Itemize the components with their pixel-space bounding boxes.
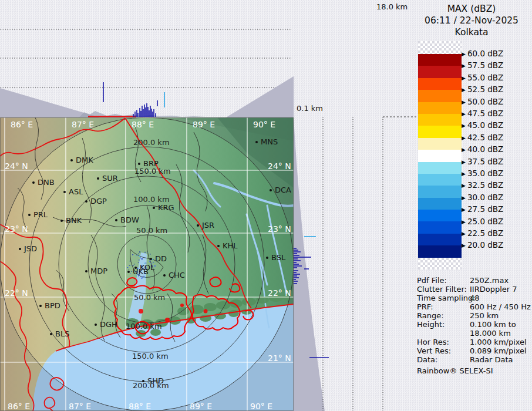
station-label: SHD	[147, 376, 164, 385]
clutter-dot	[142, 258, 143, 260]
legend-tick-arrow-icon: ▶	[462, 75, 466, 81]
station-marker	[153, 207, 155, 209]
station-label: KHL	[223, 241, 238, 250]
station-label: JSR	[201, 221, 214, 230]
meridian-label-top: 87° E	[72, 120, 94, 129]
station-label: KRG	[158, 203, 174, 212]
station-label: MNS	[261, 137, 278, 146]
clutter-dot	[131, 271, 132, 272]
meridian-label-bottom: 86° E	[8, 402, 30, 411]
island	[177, 307, 189, 315]
parallel-label-right: 23° N	[268, 224, 291, 234]
legend-threshold-label: ▶50.0 dBZ	[462, 97, 532, 107]
legend-threshold-label: ▶30.0 dBZ	[462, 193, 532, 203]
legend-threshold-label: ▶52.5 dBZ	[462, 85, 532, 95]
meta-label: Pdf File:	[417, 276, 447, 285]
clutter-dot	[136, 255, 136, 256]
station-marker	[266, 257, 268, 259]
meta-value: 0.100 km to	[470, 320, 516, 329]
station-marker	[163, 274, 166, 277]
legend-swatch	[418, 186, 462, 197]
meridian-label-bottom: 88° E	[129, 402, 151, 411]
meta-value: 18.000 km	[470, 329, 511, 338]
meta-label: Time sampling:	[417, 294, 476, 302]
clutter-dot	[149, 261, 150, 262]
clutter-dot	[139, 255, 140, 257]
legend-threshold-label: ▶20.0 dBZ	[462, 240, 532, 251]
station-label: BPD	[45, 301, 60, 310]
station-marker	[95, 324, 97, 326]
legend-tick-arrow-icon: ▶	[462, 99, 466, 105]
meta-row: Range:250 km	[417, 311, 532, 320]
station-label: ASL	[69, 187, 83, 196]
station-marker	[127, 271, 130, 273]
meridian-label-bottom: 90° E	[250, 402, 272, 411]
legend-tick-arrow-icon: ▶	[462, 231, 466, 237]
meta-label: Height:	[417, 320, 445, 329]
station-marker	[138, 163, 140, 165]
legend-swatch	[418, 245, 462, 257]
parallel-label-left: 23° N	[5, 224, 28, 234]
product-datetime: 06:11 / 22-Nov-2025	[411, 15, 532, 26]
legend-swatch	[418, 138, 462, 150]
meta-row: Pdf File:250Z.max	[417, 276, 532, 285]
parallel-label-right: 24° N	[268, 161, 291, 171]
clutter-dot	[136, 279, 136, 280]
clutter-dot	[141, 278, 142, 279]
legend-swatch	[418, 150, 462, 161]
clutter-dot	[142, 277, 143, 278]
clutter-dot	[139, 260, 139, 261]
station-marker	[39, 305, 42, 307]
range-ring-label: 150.0 km	[134, 167, 171, 176]
clutter-dot	[132, 254, 133, 255]
clutter-dot	[153, 259, 153, 260]
meta-label: Vert Res:	[417, 346, 451, 355]
station-marker	[115, 219, 117, 221]
legend-tick-arrow-icon: ▶	[462, 242, 466, 248]
legend-swatch	[418, 90, 462, 102]
station-marker	[60, 220, 63, 222]
station-label: BRP	[143, 159, 159, 168]
legend-swatch	[418, 234, 462, 245]
meta-value: 0.089 km/pixel	[470, 346, 527, 355]
clutter-dot	[130, 261, 130, 261]
legend-swatch	[418, 221, 462, 233]
legend-tick-arrow-icon: ▶	[462, 195, 466, 201]
station-label: DGH	[100, 320, 117, 329]
software-brand: Rainbow® SELEX-SI	[417, 366, 532, 375]
range-ring-label: 100.0 km	[133, 195, 170, 204]
coverage-wedge-right	[226, 76, 294, 117]
range-ring-label: 150.0 km	[132, 352, 169, 361]
station-label: UKB	[133, 267, 149, 276]
legend-tick-arrow-icon: ▶	[462, 135, 466, 141]
range-ring-label: 200.0 km	[133, 138, 170, 147]
legend-swatch	[418, 210, 462, 221]
meta-label: PRF:	[417, 302, 433, 311]
meridian-label-top: 90° E	[253, 120, 275, 129]
height-axis-min-label: 0.1 km	[297, 104, 323, 113]
clutter-dot	[138, 262, 139, 262]
station-label: DNB	[38, 178, 55, 187]
product-metadata: Pdf File:250Z.maxClutter Filter:IIRDoppl…	[417, 276, 532, 375]
legend-tick-arrow-icon: ▶	[462, 87, 466, 93]
station-label: CHC	[169, 271, 185, 279]
echo-core	[204, 309, 208, 314]
meta-value: 250 km	[470, 311, 499, 320]
legend-threshold-label: ▶42.5 dBZ	[462, 133, 532, 143]
legend-threshold-label: ▶47.5 dBZ	[462, 109, 532, 119]
meta-label: Hor Res:	[417, 338, 449, 346]
legend-tick-arrow-icon: ▶	[462, 147, 466, 153]
legend-panel: MAX (dBZ) 06:11 / 22-Nov-2025 Kolkata ▶6…	[411, 0, 532, 411]
legend-swatch	[418, 54, 462, 66]
legend-threshold-label: ▶57.5 dBZ	[462, 60, 532, 71]
clutter-dot	[144, 252, 146, 252]
height-axis-max-label: 18.0 km	[376, 2, 408, 11]
range-ring-label: 100.0 km	[126, 322, 162, 331]
island	[228, 310, 239, 317]
meta-value: IIRDoppler 7	[470, 285, 517, 294]
clutter-dot	[144, 277, 146, 278]
legend-tick-arrow-icon: ▶	[462, 219, 466, 225]
station-label: JSD	[23, 244, 37, 253]
meta-label: Data:	[417, 355, 437, 364]
meta-value: Radar Data	[470, 355, 513, 364]
